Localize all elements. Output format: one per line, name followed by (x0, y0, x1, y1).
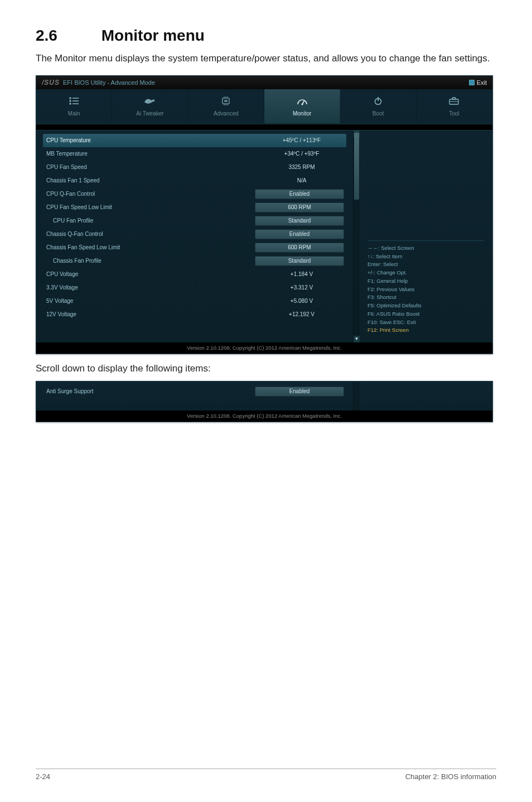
select-cpu-fan-low-limit[interactable]: 600 RPM (255, 202, 344, 212)
intro-paragraph: The Monitor menu displays the system tem… (36, 52, 496, 65)
bios-footer-snippet: Version 2.10.1208. Copyright (C) 2012 Am… (36, 410, 492, 422)
bios-window: /SUS EFI BIOS Utility - Advanced Mode Ex… (36, 75, 493, 354)
scroll-down-icon[interactable]: ▼ (354, 336, 360, 342)
scrollbar[interactable]: ▲ ▼ (353, 131, 360, 342)
brand-logo: /SUS (42, 79, 60, 86)
gauge-icon (264, 95, 340, 107)
help-line: Enter: Select (367, 260, 485, 269)
section-title-text: Monitor menu (101, 27, 205, 44)
tab-advanced-label: Advanced (188, 110, 264, 117)
tab-advanced[interactable]: Advanced (188, 89, 264, 123)
svg-point-4 (70, 103, 71, 104)
row-cpu-voltage[interactable]: CPU Voltage +1.184 V (46, 268, 346, 281)
page-footer: 2-24 Chapter 2: BIOS information (36, 769, 496, 781)
tab-monitor-label: Monitor (264, 110, 340, 117)
help-line: F6: ASUS Ratio Boost (367, 310, 485, 318)
help-line: +/-: Change Opt. (367, 269, 485, 277)
help-line: F1: General Help (367, 277, 485, 286)
value-cpu-voltage: +1.184 V (257, 271, 346, 277)
row-cpu-fan-speed[interactable]: CPU Fan Speed 3325 RPM (46, 161, 346, 174)
svg-point-0 (70, 98, 71, 99)
select-chassis-fan-profile[interactable]: Standard (255, 256, 344, 266)
select-chassis-qfan[interactable]: Enabled (255, 229, 344, 239)
row-chassis-fan-low-limit[interactable]: Chassis Fan Speed Low Limit 600 RPM (46, 241, 346, 254)
help-line: →←: Select Screen (367, 244, 485, 253)
help-panel-snippet (360, 381, 492, 410)
help-line: F2: Previous Values (367, 286, 485, 294)
value-12v-voltage: +12.192 V (257, 311, 346, 317)
bios-titlebar: /SUS EFI BIOS Utility - Advanced Mode Ex… (36, 76, 492, 89)
row-chassis-qfan-control[interactable]: Chassis Q-Fan Control Enabled (46, 228, 346, 241)
row-5v-voltage[interactable]: 5V Voltage +5.080 V (46, 294, 346, 308)
help-panel: →←: Select Screen ↑↓: Select Item Enter:… (360, 131, 492, 342)
tab-main-label: Main (36, 110, 112, 117)
value-cpu-fan-speed: 3325 RPM (257, 164, 346, 170)
label-chassis-fan1-speed: Chassis Fan 1 Speed (46, 177, 257, 183)
settings-panel: CPU Temperature +45ºC / +113ºF MB Temper… (36, 131, 353, 342)
section-heading: 2.6 Monitor menu (36, 27, 496, 45)
tab-tool[interactable]: Tool (417, 89, 492, 123)
help-line: F5: Optimized Defaults (367, 302, 485, 310)
row-cpu-temperature[interactable]: CPU Temperature +45ºC / +113ºF (43, 134, 346, 147)
select-cpu-fan-profile[interactable]: Standard (255, 216, 344, 226)
select-cpu-qfan[interactable]: Enabled (255, 189, 344, 199)
exit-icon (469, 80, 475, 85)
svg-rect-7 (224, 100, 228, 102)
tab-main[interactable]: Main (36, 89, 112, 123)
tab-monitor[interactable]: Monitor (264, 89, 340, 123)
row-33v-voltage[interactable]: 3.3V Voltage +3.312 V (46, 281, 346, 294)
tab-boot[interactable]: Boot (340, 89, 416, 123)
row-cpu-fan-low-limit[interactable]: CPU Fan Speed Low Limit 600 RPM (46, 201, 346, 214)
chip-icon (188, 95, 264, 107)
help-keys: →←: Select Screen ↑↓: Select Item Enter:… (367, 244, 485, 335)
value-5v-voltage: +5.080 V (257, 298, 346, 304)
label-chassis-fan-profile: Chassis Fan Profile (46, 258, 255, 264)
divider (36, 124, 492, 131)
bios-tabs: Main Ai Tweaker Advanced Monitor Boot (36, 89, 492, 124)
row-12v-voltage[interactable]: 12V Voltage +12.192 V (46, 308, 346, 321)
label-chassis-qfan-control: Chassis Q-Fan Control (46, 231, 255, 237)
tab-tweaker-label: Ai Tweaker (112, 110, 187, 117)
select-anti-surge[interactable]: Enabled (255, 386, 344, 397)
select-chassis-fan-low-limit[interactable]: 600 RPM (255, 243, 344, 253)
help-line: F3: Shortcut (367, 293, 485, 302)
list-icon (36, 95, 112, 107)
svg-point-15 (301, 103, 303, 105)
toolbox-icon (417, 95, 492, 107)
label-chassis-fan-low-limit: Chassis Fan Speed Low Limit (46, 244, 255, 250)
label-5v-voltage: 5V Voltage (46, 298, 257, 304)
label-33v-voltage: 3.3V Voltage (46, 284, 257, 291)
row-cpu-qfan-control[interactable]: CPU Q-Fan Control Enabled (46, 187, 346, 201)
exit-label: Exit (477, 79, 487, 86)
label-mb-temperature: MB Temperature (46, 151, 257, 157)
bios-utility-name: EFI BIOS Utility - Advanced Mode (63, 79, 155, 86)
exit-button[interactable]: Exit (469, 79, 487, 86)
help-line: F10: Save ESC: Exit (367, 318, 485, 327)
label-cpu-fan-profile: CPU Fan Profile (46, 218, 255, 224)
scrollbar-snippet[interactable] (353, 381, 360, 410)
row-anti-surge[interactable]: Anti Surge Support Enabled (46, 385, 346, 398)
svg-rect-19 (452, 98, 456, 99)
page-number: 2-24 (36, 772, 50, 781)
row-cpu-fan-profile[interactable]: CPU Fan Profile Standard (46, 214, 346, 228)
tab-tool-label: Tool (417, 110, 492, 117)
chapter-label: Chapter 2: BIOS information (405, 772, 496, 781)
tweaker-icon (112, 95, 187, 107)
help-line: ↑↓: Select Item (367, 253, 485, 261)
help-line-highlight: F12: Print Screen (367, 326, 485, 335)
help-description (367, 136, 485, 241)
bios-footer: Version 2.10.1208. Copyright (C) 2012 Am… (36, 342, 492, 354)
label-anti-surge: Anti Surge Support (46, 388, 255, 394)
value-chassis-fan1-speed: N/A (257, 177, 346, 183)
label-cpu-fan-speed: CPU Fan Speed (46, 164, 257, 170)
label-12v-voltage: 12V Voltage (46, 311, 257, 317)
label-cpu-voltage: CPU Voltage (46, 271, 257, 277)
row-mb-temperature[interactable]: MB Temperature +34ºC / +93ºF (46, 147, 346, 161)
row-chassis-fan1-speed[interactable]: Chassis Fan 1 Speed N/A (46, 174, 346, 187)
svg-point-2 (70, 100, 71, 102)
label-cpu-fan-low-limit: CPU Fan Speed Low Limit (46, 204, 255, 210)
row-chassis-fan-profile[interactable]: Chassis Fan Profile Standard (46, 254, 346, 268)
label-cpu-qfan-control: CPU Q-Fan Control (46, 191, 255, 197)
scrollbar-thumb[interactable] (354, 133, 359, 200)
tab-ai-tweaker[interactable]: Ai Tweaker (112, 89, 188, 123)
